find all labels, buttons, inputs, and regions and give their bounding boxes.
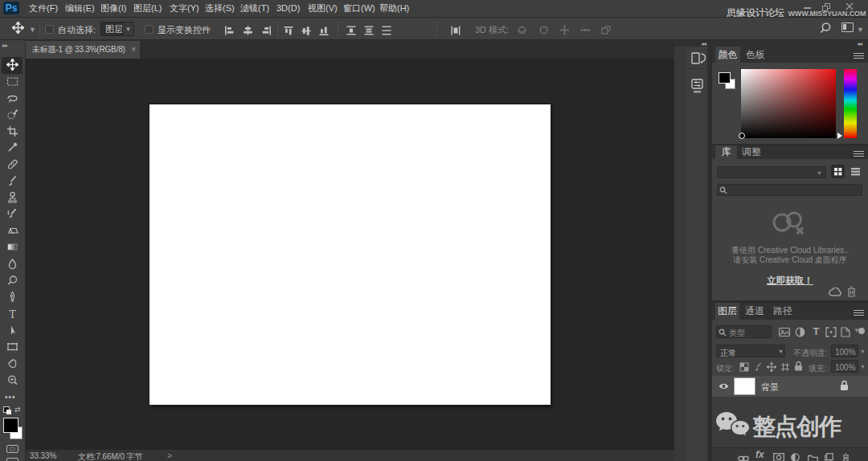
svg-text:T: T bbox=[9, 308, 16, 320]
svg-text:T: T bbox=[813, 325, 820, 337]
